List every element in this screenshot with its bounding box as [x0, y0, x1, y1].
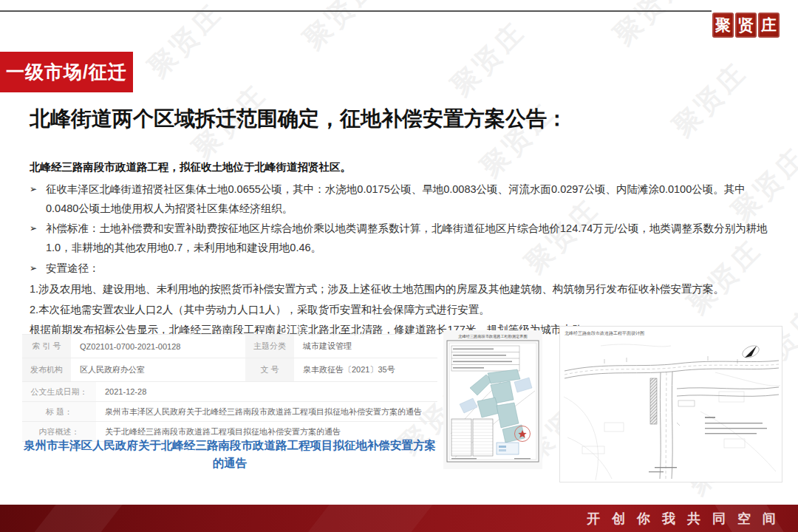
meta-value-doc-no: 泉丰政征告〔2021〕35号: [294, 358, 437, 381]
meta-label-issuer: 发布机构: [22, 358, 71, 381]
seal-character: 聚: [712, 13, 734, 38]
road-median-hatch: [650, 378, 657, 424]
meta-label-title: 标 题：: [22, 402, 96, 421]
meta-label-index-no: 索 引 号: [22, 335, 71, 358]
arrow-bullet-icon: ➢: [30, 180, 46, 219]
road-plan-figure: 北峰经三路南段市政道路工程平面设计图: [559, 326, 782, 482]
document-meta-table: 索 引 号 QZ02101-0700-2021-00128 主题分类 城市建设管…: [22, 334, 437, 442]
table-row: 索 引 号 QZ02101-0700-2021-00128 主题分类 城市建设管…: [22, 335, 437, 358]
meta-value-date: 2021-12-28: [96, 382, 437, 401]
footer-streak: [27, 505, 129, 532]
brand-seal-logo: 聚 贤 庄: [712, 13, 780, 38]
watermark: 聚贤庄: [296, 0, 386, 57]
footer-band: 开创你我共同空间: [0, 505, 798, 532]
watermark: 聚贤庄: [607, 0, 697, 52]
figure-caption: 北峰经三路南段市政道路工程平面设计图: [565, 330, 644, 336]
watermark: 聚贤庄: [141, 0, 231, 85]
table-row: 发布机构 区人民政府办公室 文 号 泉丰政征告〔2021〕35号: [22, 358, 437, 382]
meta-label-date: 公文生成日期：: [22, 382, 96, 401]
seal-character: 庄: [758, 13, 780, 38]
bullet-text: 补偿标准：土地补偿费和安置补助费按征地区片综合地价乘以地类调整系数计算，北峰街道…: [46, 219, 774, 258]
road-plan-svg: 北峰经三路南段市政道路工程平面设计图: [560, 327, 782, 482]
notice-title: 泉州市丰泽区人民政府关于北峰经三路南段市政道路工程项目拟征地补偿安置方案的通告: [21, 437, 439, 472]
numbered-line: 2.本次征地需安置农业人口2人（其中劳动力人口1人），采取货币安置和社会保障方式…: [30, 301, 774, 320]
arrow-bullet-icon: ➢: [30, 219, 46, 258]
page-title: 北峰街道两个区域拆迁范围确定，征地补偿安置方案公告：: [30, 105, 768, 133]
body-text: 北峰经三路南段市政道路工程，拟征收土地位于北峰街道招贤社区。 ➢ 征收丰泽区北峰…: [30, 158, 774, 341]
bullet-item: ➢ 征收丰泽区北峰街道招贤社区集体土地0.0655公顷，其中：水浇地0.0175…: [30, 180, 774, 219]
bullet-text: 征收丰泽区北峰街道招贤社区集体土地0.0655公顷，其中：水浇地0.0175公顷…: [46, 180, 774, 219]
meta-label-doc-no: 文 号: [245, 358, 294, 381]
section-tag: 一级市场/征迁: [0, 52, 133, 92]
watermark: 聚贤庄: [444, 14, 534, 104]
table-row: 标 题： 泉州市丰泽区人民政府关于北峰经三路南段市政道路工程项目拟征地补偿安置方…: [22, 402, 437, 422]
meta-value-title: 泉州市丰泽区人民政府关于北峰经三路南段市政道路工程项目拟征地补偿安置方案的通告: [96, 402, 437, 421]
figure-caption: 北峰经三路南段市政道路工程勘测定界图: [457, 334, 527, 339]
map-legend-box: [497, 443, 519, 454]
map-info-table: [451, 346, 519, 371]
lead-paragraph: 北峰经三路南段市政道路工程，拟征收土地位于北峰街道招贤社区。: [30, 158, 774, 177]
top-divider: [0, 10, 712, 12]
arrow-bullet-icon: ➢: [30, 259, 46, 279]
survey-map-svg: 北峰经三路南段市政道路工程勘测定界图: [443, 330, 542, 469]
numbered-line: 1.涉及农用地、建设用地、未利用地的按照货币补偿安置方式；涉及上述征收土地范围内…: [30, 280, 774, 299]
announcement-slide: 聚贤庄 聚贤庄 聚贤庄 聚贤庄 聚贤庄 聚贤庄 聚贤庄 聚贤庄 聚贤庄 聚贤庄 …: [0, 0, 798, 532]
seal-character: 贤: [735, 13, 757, 38]
meta-value-category: 城市建设管理: [294, 335, 437, 358]
footer-streak: [301, 505, 439, 532]
bullet-item: ➢ 安置途径：: [30, 259, 774, 279]
table-row: 公文生成日期： 2021-12-28: [22, 382, 437, 402]
meta-value-index-no: QZ02101-0700-2021-00128: [71, 335, 245, 358]
survey-map-figure: 北峰经三路南段市政道路工程勘测定界图: [443, 330, 542, 469]
meta-label-category: 主题分类: [245, 335, 294, 358]
footer-slogan: 开创你我共同空间: [587, 510, 788, 528]
meta-value-issuer: 区人民政府办公室: [71, 358, 245, 381]
bullet-text: 安置途径：: [46, 259, 774, 279]
bullet-item: ➢ 补偿标准：土地补偿费和安置补助费按征地区片综合地价乘以地类调整系数计算，北峰…: [30, 219, 774, 258]
